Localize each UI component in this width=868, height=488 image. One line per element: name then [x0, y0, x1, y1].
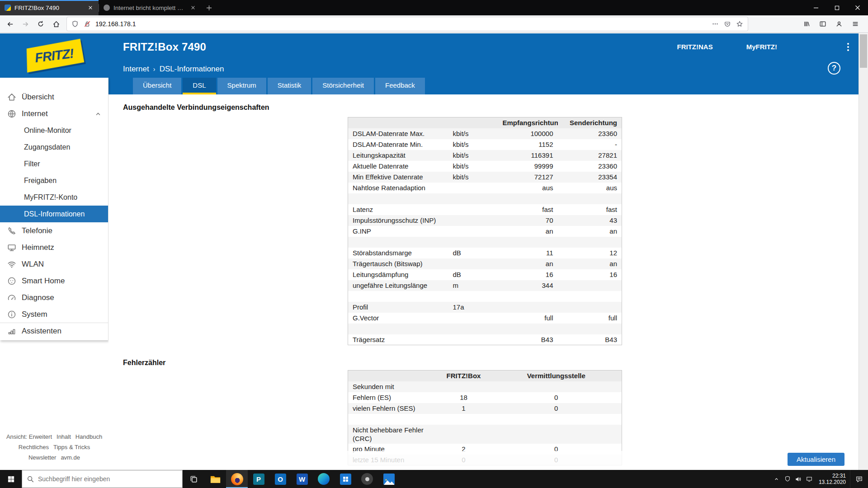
library-icon[interactable] — [799, 17, 814, 31]
insecure-lock-icon[interactable] — [83, 20, 91, 28]
file-explorer-icon[interactable] — [204, 470, 226, 488]
page-title: FRITZ!Box 7490 — [123, 41, 206, 53]
table-row: vielen Fehlern (SES)10 — [348, 403, 622, 414]
photos-app-icon[interactable] — [378, 470, 400, 488]
action-center-icon[interactable] — [850, 470, 868, 488]
taskbar-search[interactable] — [22, 470, 183, 488]
tab-close-icon[interactable] — [86, 4, 94, 12]
word-icon[interactable]: W — [291, 470, 313, 488]
new-tab-button[interactable] — [201, 0, 217, 15]
footer-link[interactable]: Inhalt — [57, 433, 71, 440]
footer-link[interactable]: Ansicht: Erweitert — [6, 433, 52, 440]
chevron-up-icon — [94, 110, 102, 118]
sidebar-item-filter[interactable]: Filter — [0, 155, 108, 172]
forward-button[interactable] — [18, 17, 33, 31]
sidebar-item-wlan[interactable]: WLAN — [0, 256, 108, 272]
table-row: DSLAM-Datenrate Min.kbit/s1152- — [348, 139, 622, 150]
table-row — [348, 193, 622, 204]
footer-link[interactable]: Newsletter — [28, 454, 56, 461]
tracking-shield-icon[interactable] — [71, 20, 79, 28]
bookmark-star-icon[interactable] — [736, 20, 744, 28]
scrollbar-thumb[interactable] — [860, 34, 867, 68]
task-view-icon[interactable] — [183, 470, 204, 488]
sidebar-item-zugangsdaten[interactable]: Zugangsdaten — [0, 139, 108, 155]
taskbar-clock[interactable]: 22:31 13.12.2020 — [815, 473, 850, 485]
close-window-button[interactable] — [847, 0, 868, 15]
page-scrollbar[interactable] — [859, 33, 868, 470]
tab--bersicht[interactable]: Übersicht — [133, 78, 181, 94]
network-tray-icon[interactable] — [804, 470, 815, 488]
sidebar-item-internet[interactable]: Internet — [0, 105, 108, 122]
url-bar[interactable]: 192.168.178.1 — [67, 17, 748, 31]
sidebar-item-diagnose[interactable]: Diagnose — [0, 289, 108, 306]
sidebar-item-dsl-informationen[interactable]: DSL-Informationen — [0, 206, 108, 222]
fritz-logo-text: FRITZ! — [34, 46, 74, 65]
sidebar-item-online-monitor[interactable]: Online-Monitor — [0, 122, 108, 139]
dark-app-icon[interactable] — [356, 470, 378, 488]
windows-taskbar: P O W 22:31 13.12.2020 — [0, 470, 868, 488]
pocket-icon[interactable] — [723, 20, 731, 28]
tab-close-icon[interactable] — [189, 4, 197, 12]
reload-button[interactable] — [33, 17, 48, 31]
breadcrumb-section[interactable]: Internet — [123, 65, 149, 74]
start-button[interactable] — [0, 470, 22, 488]
store-app-icon[interactable] — [335, 470, 356, 488]
window-controls — [806, 0, 868, 15]
sidebar-item--bersicht[interactable]: Übersicht — [0, 89, 108, 105]
minimize-button[interactable] — [806, 0, 826, 15]
firefox-icon[interactable] — [226, 470, 248, 488]
account-icon[interactable] — [832, 17, 846, 31]
sidebar-item-freigaben[interactable]: Freigaben — [0, 172, 108, 189]
screen: FRITZ!Box 7490 Internet bricht komplett … — [0, 0, 868, 488]
sidebar-item-heimnetz[interactable]: Heimnetz — [0, 239, 108, 256]
edge-icon[interactable] — [313, 470, 335, 488]
footer-link[interactable]: Rechtliches — [19, 444, 49, 450]
sidebar-item-label: Übersicht — [22, 93, 54, 102]
browser-tab-inactive[interactable]: Internet bricht komplett zusam — [99, 0, 201, 15]
home-button[interactable] — [49, 17, 63, 31]
sidebar-item-system[interactable]: System — [0, 306, 108, 323]
fritznas-link[interactable]: FRITZ!NAS — [677, 43, 713, 51]
sidebar-item-label: Assistenten — [22, 327, 61, 336]
menu-hamburger-icon[interactable] — [848, 17, 863, 31]
sidebar-toggle-icon[interactable] — [816, 17, 830, 31]
sidebar-item-assistenten[interactable]: Assistenten — [0, 323, 108, 339]
browser-tab-active[interactable]: FRITZ!Box 7490 — [0, 0, 99, 15]
volume-icon[interactable] — [793, 470, 804, 488]
back-button[interactable] — [3, 17, 17, 31]
breadcrumb-separator: › — [153, 65, 156, 73]
help-icon[interactable]: ? — [828, 62, 840, 75]
security-shield-icon[interactable] — [782, 470, 793, 488]
column-header — [348, 371, 437, 381]
tab-feedback[interactable]: Feedback — [375, 78, 425, 94]
footer-link[interactable]: avm.de — [61, 454, 80, 461]
tab-statistik[interactable]: Statistik — [268, 78, 311, 94]
sidebar-item-telefonie[interactable]: Telefonie — [0, 222, 108, 239]
table-row — [348, 414, 622, 425]
tab-st-rsicherheit[interactable]: Störsicherheit — [312, 78, 374, 94]
outlook-icon[interactable]: O — [269, 470, 291, 488]
myfritz-link[interactable]: MyFRITZ! — [746, 43, 777, 51]
sidebar-item-myfritz-konto[interactable]: MyFRITZ!-Konto — [0, 189, 108, 206]
column-header: Senderichtung — [558, 117, 622, 128]
url-text[interactable]: 192.168.178.1 — [95, 20, 707, 28]
search-input[interactable] — [38, 475, 165, 483]
tray-chevron-up-icon[interactable] — [771, 470, 782, 488]
app-p-icon[interactable]: P — [248, 470, 269, 488]
sidebar-item-smart-home[interactable]: Smart Home — [0, 272, 108, 289]
sidebar-items: ÜbersichtInternetOnline-MonitorZugangsda… — [0, 89, 108, 339]
footer-link[interactable]: Handbuch — [75, 433, 102, 440]
table-row: Trägertausch (Bitswap)anan — [348, 258, 622, 269]
table-row: LeitungsdämpfungdB1616 — [348, 269, 622, 280]
header-menu-dots-icon[interactable] — [845, 43, 851, 51]
tab-spektrum[interactable]: Spektrum — [217, 78, 266, 94]
footer-link[interactable]: Tipps & Tricks — [53, 444, 90, 450]
page-actions-icon[interactable] — [711, 20, 719, 28]
search-icon — [27, 475, 34, 483]
sidebar-item-label: MyFRITZ!-Konto — [24, 193, 77, 202]
tab-dsl[interactable]: DSL — [183, 78, 216, 94]
refresh-button[interactable]: Aktualisieren — [788, 453, 844, 466]
browser-tab-title: FRITZ!Box 7490 — [14, 5, 83, 11]
page-favicon — [104, 5, 110, 11]
maximize-button[interactable] — [826, 0, 847, 15]
